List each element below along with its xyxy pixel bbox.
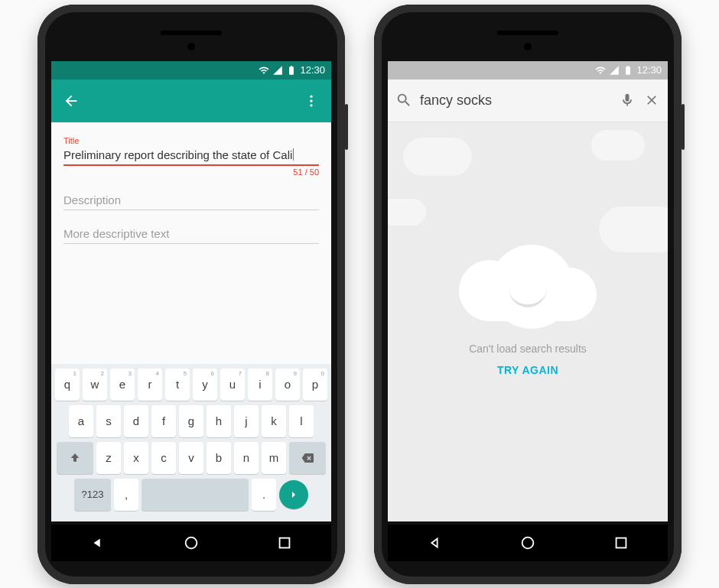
app-bar: [51, 80, 331, 122]
key-k[interactable]: k: [262, 405, 286, 437]
key-period[interactable]: .: [252, 479, 276, 511]
description-field[interactable]: Description: [63, 192, 319, 210]
form-area: Title Preliminary report describing the …: [51, 122, 331, 364]
nav-recents-icon[interactable]: [613, 534, 630, 551]
key-n[interactable]: n: [234, 442, 259, 474]
key-b[interactable]: b: [207, 442, 231, 474]
screen: 12:30 Title Preliminary report describin…: [51, 61, 331, 521]
key-o[interactable]: o9: [275, 369, 300, 401]
phone-mockup-form: 12:30 Title Preliminary report describin…: [37, 5, 345, 584]
status-bar: 12:30: [51, 61, 331, 80]
key-f[interactable]: f: [151, 405, 176, 437]
key-a[interactable]: a: [69, 405, 93, 437]
overflow-icon[interactable]: [302, 92, 320, 110]
svg-point-3: [186, 537, 197, 548]
android-nav-bar: [51, 525, 331, 561]
nav-back-icon[interactable]: [426, 534, 443, 551]
signal-icon: [609, 65, 620, 76]
back-icon[interactable]: [62, 92, 80, 110]
nav-recents-icon[interactable]: [276, 534, 293, 551]
nav-home-icon[interactable]: [519, 534, 536, 551]
phone-mockup-search: 12:30 fancy socks: [374, 5, 682, 584]
key-x[interactable]: x: [124, 442, 148, 474]
status-time: 12:30: [636, 64, 662, 76]
description-input[interactable]: Description: [63, 192, 319, 210]
key-w[interactable]: w2: [83, 369, 107, 401]
key-g[interactable]: g: [179, 405, 203, 437]
svg-point-1: [310, 99, 312, 102]
key-i[interactable]: i8: [248, 369, 272, 401]
key-u[interactable]: u7: [220, 369, 245, 401]
title-input[interactable]: Preliminary report describing the state …: [63, 147, 319, 166]
wifi-icon: [259, 65, 269, 76]
key-j[interactable]: j: [234, 405, 259, 437]
search-icon[interactable]: [395, 92, 412, 109]
key-enter[interactable]: [279, 480, 308, 509]
key-y[interactable]: y6: [193, 369, 217, 401]
key-z[interactable]: z: [96, 442, 121, 474]
signal-icon: [272, 65, 283, 76]
key-space[interactable]: [142, 479, 249, 511]
svg-rect-6: [617, 538, 626, 547]
screen: 12:30 fancy socks: [388, 61, 668, 521]
key-backspace[interactable]: [289, 442, 326, 474]
status-bar: 12:30: [388, 61, 668, 80]
nav-home-icon[interactable]: [183, 534, 200, 551]
key-r[interactable]: r4: [138, 369, 162, 401]
battery-icon: [286, 65, 297, 76]
close-icon[interactable]: [643, 92, 660, 109]
title-field[interactable]: Title Preliminary report describing the …: [63, 136, 319, 177]
svg-point-2: [310, 104, 312, 106]
title-label: Title: [63, 136, 319, 145]
key-symbols[interactable]: ?123: [74, 479, 111, 511]
svg-point-0: [310, 95, 312, 97]
android-nav-bar: [388, 525, 668, 561]
svg-point-5: [522, 537, 534, 548]
key-d[interactable]: d: [124, 405, 148, 437]
svg-rect-4: [280, 538, 290, 547]
key-s[interactable]: s: [96, 405, 121, 437]
more-text-field[interactable]: More descriptive text: [63, 226, 319, 244]
title-counter: 51 / 50: [63, 167, 319, 177]
key-e[interactable]: e3: [110, 369, 135, 401]
nav-back-icon[interactable]: [89, 534, 106, 551]
key-c[interactable]: c: [151, 442, 176, 474]
key-comma[interactable]: ,: [114, 479, 138, 511]
status-time: 12:30: [300, 64, 325, 76]
empty-state: Can't load search results TRY AGAIN: [388, 122, 668, 521]
sad-cloud-icon: [459, 237, 597, 321]
key-m[interactable]: m: [262, 442, 286, 474]
wifi-icon: [595, 65, 606, 76]
mic-icon[interactable]: [619, 92, 636, 109]
key-shift[interactable]: [57, 442, 93, 474]
soft-keyboard[interactable]: q1w2e3r4t5y6u7i8o9p0 asdfghjkl zxcvbnm ?…: [51, 364, 331, 521]
key-l[interactable]: l: [289, 405, 314, 437]
search-input[interactable]: fancy socks: [420, 93, 611, 109]
more-text-input[interactable]: More descriptive text: [63, 226, 319, 244]
search-bar: fancy socks: [388, 80, 668, 122]
key-v[interactable]: v: [179, 442, 203, 474]
battery-icon: [623, 65, 633, 76]
key-q[interactable]: q1: [55, 369, 80, 401]
key-t[interactable]: t5: [165, 369, 190, 401]
key-h[interactable]: h: [207, 405, 231, 437]
key-p[interactable]: p0: [303, 369, 327, 401]
